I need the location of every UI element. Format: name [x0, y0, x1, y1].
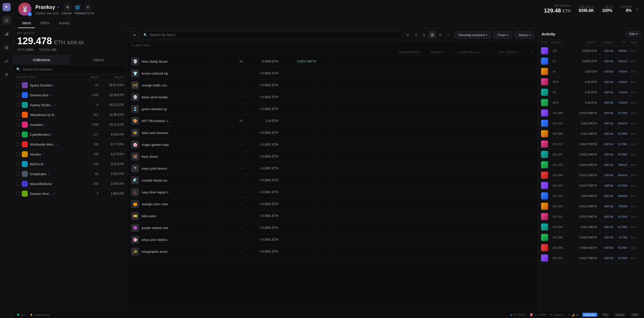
sidebar-item-home[interactable]: ⬡	[2, 16, 11, 25]
item-thumbnail: 🧵	[131, 105, 139, 113]
collection-checkbox[interactable]	[16, 182, 20, 186]
list-item[interactable]: Avastars ✓ 1296 10.11 ETH	[13, 120, 127, 130]
activity-to: 664e3a	[613, 174, 627, 177]
list-item[interactable]: Worldwide Web... ✓ 100 6.77 ETH	[13, 140, 127, 149]
table-row[interactable]: 👕 brown collared zip – – < 0.0001 ETH – …	[127, 67, 538, 79]
table-row[interactable]: 🌸 magic garden toqu – – < 0.0001 ETH – –	[127, 139, 538, 151]
table-row[interactable]: 🔭 tokyo pink binocu – – < 0.0001 ETH – –	[127, 163, 538, 174]
list-item[interactable]: BitsForAI ✓ 158 3.22 ETH	[13, 159, 127, 169]
collection-checkbox[interactable]	[16, 113, 20, 117]
table-row[interactable]: #21,027 0.0125 WETH d387a6 917660 1mo ↗	[538, 149, 644, 160]
table-row[interactable]: 🌊 coastal classic pu – – < 0.0001 ETH – …	[127, 174, 538, 186]
table-row[interactable]: #20,994 0.011 WETH d387a6 917660 1mo ↗	[538, 222, 644, 232]
support-link[interactable]: ⚑ Support	[550, 313, 564, 316]
collection-checkbox[interactable]	[16, 83, 20, 87]
table-row[interactable]: #21,008 0.0125 WETH d387a6 917660 1mo ↗	[538, 108, 644, 118]
list-item[interactable]: Dooplicator ✓ 65 2.43 ETH	[13, 169, 127, 179]
table-row[interactable]: 🚧 orange traffic con – – < 0.0001 ETH – …	[127, 79, 538, 91]
table-row[interactable]: 🎫 beta pass – – < 0.0001 ETH – –	[127, 210, 538, 222]
collection-checkbox[interactable]	[16, 123, 20, 126]
table-row[interactable]: #21,013 0.012 WETH d387a6 5bc576 1mo ↗	[538, 118, 644, 129]
expand-button[interactable]: ⤢	[636, 7, 639, 12]
view-expand[interactable]: ⤢	[445, 31, 452, 39]
view-grid-small[interactable]: ⊞	[404, 31, 412, 39]
list-item[interactable]: CyberBrokers ✓ 117 8.44 ETH	[13, 130, 127, 140]
globe-button[interactable]: 🌐	[74, 4, 81, 11]
table-row[interactable]: #21,010 0.0127 WETH d387a6 917660 1mo ↗	[538, 253, 644, 263]
table-row[interactable]: 🐻 bear shoes – – < 0.0001 ETH – –	[127, 151, 538, 163]
collection-checkbox[interactable]	[16, 93, 20, 97]
view-grid-large[interactable]: ⊠	[420, 31, 428, 39]
table-row[interactable]: 🐝 bees wax trousers – – < 0.0001 ETH – –	[127, 127, 538, 139]
collection-checkbox[interactable]	[16, 103, 20, 107]
chain-filter[interactable]: Chain ▾	[493, 31, 512, 39]
table-row[interactable]: 🌸 tokyo pink hideou – – < 0.0001 ETH – –	[127, 234, 538, 246]
copy-button[interactable]: ⧉	[64, 4, 71, 11]
table-row[interactable]: 💀 Holo Skelly Bundl – #8 0.0028 ETH 0.00…	[127, 56, 538, 67]
table-row[interactable]: #21,016 0.0123 WETH d387a6 388a16 1mo ↗	[538, 160, 644, 170]
table-row[interactable]: #27 0.0832 ETH d387a6 08058c 1mo ↗	[538, 46, 644, 56]
table-row[interactable]: #872 0.30 ETH d387a6 443ef4 1mo ↗	[538, 77, 644, 87]
table-row[interactable]: 🧵 green stitched up – – < 0.0001 ETH – –	[127, 103, 538, 115]
table-row[interactable]: #4 0.30 ETH d387a6 443ef4 1mo ↗	[538, 87, 644, 98]
collection-search-input[interactable]	[23, 67, 124, 71]
table-row[interactable]: #21,011 0.0125 WETH d387a6 917660 1mo ↗	[538, 212, 644, 222]
collection-checkbox[interactable]	[16, 143, 20, 146]
items-search-input[interactable]	[149, 33, 398, 37]
table-row[interactable]: #20,999 0.0112 WETH d387a6 664e3a 1mo ↗	[538, 170, 644, 180]
table-row[interactable]: #872 0.30 ETH d387a6 443ef4 1mo ↗	[538, 98, 644, 108]
table-row[interactable]: #4 0.30 ETH d387a6 443ef4 1mo ↗	[538, 66, 644, 77]
view-list[interactable]: ☰	[428, 31, 436, 39]
table-row[interactable]: 🎩 navy blue happy h – – < 0.0001 ETH – –	[127, 186, 538, 198]
tab-items[interactable]: Items	[18, 18, 35, 28]
item-rarity: –	[218, 178, 243, 182]
collapse-button[interactable]: ◀	[131, 31, 138, 38]
list-item[interactable]: Damien Hirst ... ✓ 3 1.88 ETH	[13, 189, 127, 199]
collection-value: 10.11 ETH	[98, 123, 124, 126]
collection-checkbox[interactable]	[16, 152, 20, 156]
list-item[interactable]: MaxonBollocks 200 2.00 ETH	[13, 179, 127, 189]
table-row[interactable]: #21,017 0.0137 WETH d387a6 917660 1mo ↗	[538, 139, 644, 149]
tab-tokens[interactable]: Tokens	[70, 55, 127, 64]
tab-activity[interactable]: Activity	[55, 18, 74, 28]
table-row[interactable]: #21,023 0.016 WETH d387a6 98a430 1mo ↗	[538, 191, 644, 201]
table-row[interactable]: #21,001 0.0113 WETH d387a6 78b593 1mo ↗	[538, 201, 644, 212]
usd-badge[interactable]: USD	[630, 313, 640, 317]
list-item[interactable]: 'MareBears by R... 913 10.96 ETH	[13, 110, 127, 120]
list-item[interactable]: Asprey Studio... ✓ 9 15.21 ETH	[13, 100, 127, 110]
pro-badge[interactable]: Pro	[601, 313, 610, 317]
twitter-button[interactable]: ✕	[84, 4, 92, 11]
collection-checkbox[interactable]	[16, 172, 20, 176]
table-row[interactable]: #20,989 0.0102 WETH d387a6 4c79fd 1mo ↗	[538, 232, 644, 243]
table-row[interactable]: 🟣 purple striped swe – – < 0.0001 ETH – …	[127, 222, 538, 234]
table-row[interactable]: #20,996 0.0105 WETH d387a6 917660 1mo ↗	[538, 243, 644, 253]
view-table[interactable]: ⊞	[437, 31, 444, 39]
tab-offers[interactable]: Offers	[36, 18, 54, 28]
table-row[interactable]: #7 0.0832 ETH d387a6 4b9ce3 1mo ↗	[538, 56, 644, 66]
table-row[interactable]: 🎨 NFT REvolution: I... – #1 1.00 ETH – –	[127, 115, 538, 127]
list-item[interactable]: Genesis Box ✓ 1300 13.26 ETH	[13, 90, 127, 100]
collection-checkbox[interactable]	[16, 162, 20, 166]
list-item[interactable]: Space Doodles ✓ 23 26.87 ETH	[13, 80, 127, 90]
sidebar-item-analytics[interactable]	[2, 57, 11, 66]
crypto-badge[interactable]: Crypto	[614, 313, 626, 317]
sidebar-item-chart[interactable]	[2, 29, 11, 38]
table-row[interactable]: 💀 black skull hoodie – – < 0.0001 ETH – …	[127, 91, 538, 103]
view-grid-medium[interactable]: ⊟	[412, 31, 420, 39]
table-row[interactable]: #21,022 0.0137 WETH d387a6 917660 1mo ↗	[538, 180, 644, 191]
table-row[interactable]: #20,998 0.011 WETH d387a6 917660 1mo ↗	[538, 129, 644, 139]
recently-received-filter[interactable]: Recently received ▾	[455, 31, 491, 39]
sidebar-item-list[interactable]	[2, 43, 11, 52]
activity-thumbnail	[541, 213, 548, 220]
items-search-box: 🔍	[140, 31, 402, 39]
collection-checkbox[interactable]	[16, 133, 20, 136]
tab-collections[interactable]: Collections	[13, 55, 70, 64]
status-filter[interactable]: Status ▾	[515, 31, 534, 39]
sidebar-item-user[interactable]	[2, 70, 11, 79]
table-row[interactable]: ✨ holographic wrest – – < 0.0001 ETH – –	[127, 246, 538, 258]
table-row[interactable]: 🍊 orange color crew – – < 0.0001 ETH – –	[127, 198, 538, 210]
list-item[interactable]: Akutars ✓ 198 5.27 ETH	[13, 149, 127, 159]
collector-badge[interactable]: Collector	[582, 313, 597, 317]
collection-checkbox[interactable]	[16, 192, 20, 195]
sale-filter[interactable]: Sale ▾	[626, 31, 640, 37]
